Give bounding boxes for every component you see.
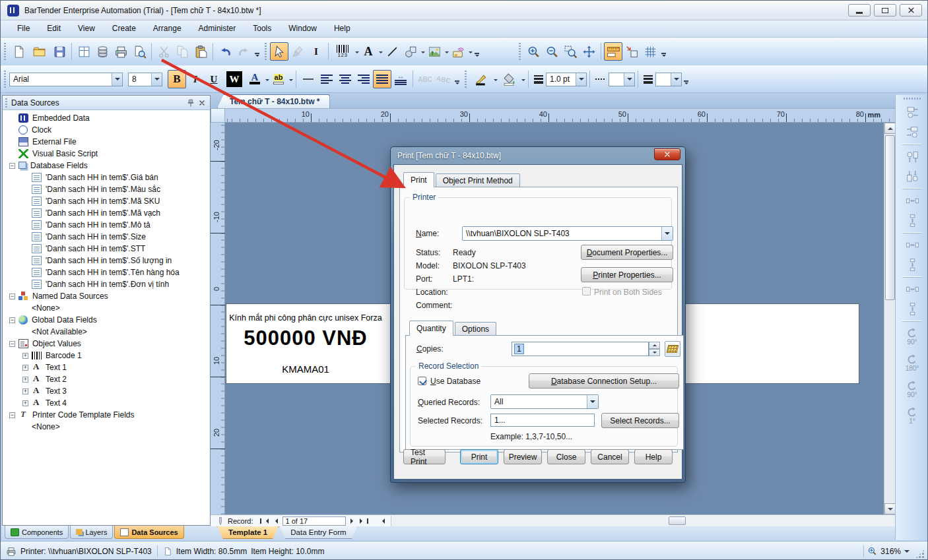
tree-expander[interactable]: − [9,412,15,418]
create-barcode-button[interactable]: 123 [331,42,354,61]
font-name-combo[interactable]: Arial [9,73,123,86]
justify-button[interactable] [373,70,391,88]
toolbar-drag-handle[interactable] [4,71,6,88]
use-database-checkbox[interactable] [418,377,426,385]
template-tab[interactable]: Data Entry Form [279,526,357,539]
label-text-name[interactable]: Kính mắt phi công phân cực unisex Forza [226,313,385,323]
menu-item[interactable]: Arrange [145,20,190,37]
wizard-button[interactable]: W [223,70,246,88]
fill-color-dropdown-arrow[interactable] [521,79,525,83]
rotate-button[interactable]: 90° [900,323,924,350]
database-setup-button[interactable] [93,42,112,61]
combo-arrow-icon[interactable] [671,73,681,86]
menu-item[interactable]: Window [280,20,325,37]
scroll-left-button[interactable] [380,518,385,524]
toolbar-overflow-button[interactable] [254,44,260,59]
tree-item[interactable]: 'Danh sach HH in tem$'.Mô tả [3,219,210,231]
document-properties-button[interactable]: Document Properties... [581,245,673,260]
zoom-out-button[interactable] [543,42,561,61]
print-preview-button[interactable] [130,42,149,61]
next-record-button[interactable] [350,518,356,524]
tree-item[interactable]: 'Danh sach HH in tem$'.Đơn vị tính [3,278,210,290]
toolbar-drag-handle[interactable] [904,98,921,100]
panel-tab[interactable]: Components [5,526,69,539]
dialog-close-button[interactable] [654,148,680,160]
menu-item[interactable]: Create [104,20,145,37]
encoder-dropdown-arrow[interactable] [469,51,473,55]
zoom-control[interactable]: 316% [863,544,928,559]
quantity-tab[interactable]: Quantity [409,321,453,336]
tree-item[interactable]: Visual Basic Script [3,148,210,160]
last-record-button[interactable] [358,518,368,524]
toolbar-drag-handle[interactable] [519,43,521,60]
printer-properties-button[interactable]: Printer Properties... [581,267,673,282]
resize-grip[interactable] [915,549,925,559]
tree-expander[interactable]: + [22,365,28,371]
toolbar-overflow-button[interactable] [454,72,460,86]
menu-item[interactable]: Administer [190,20,245,37]
tree-item[interactable]: <None> [3,421,210,433]
text-edit-tool-button[interactable]: I [307,42,325,61]
make-same-width-button[interactable] [900,279,924,299]
text-rotate-up-button[interactable]: ABC [416,70,434,88]
panel-tab[interactable]: Data Sources [114,526,183,539]
vertical-scrollbar[interactable] [884,123,895,514]
rotate-button[interactable]: 90° [900,376,924,402]
make-same-height-button[interactable] [900,299,924,319]
label-text-price[interactable]: 500000 VNĐ [226,327,385,350]
print-button[interactable] [112,42,130,61]
tree-item[interactable]: 'Danh sach HH in tem$'.Tên hàng hóa [3,266,210,278]
tree-expander[interactable]: − [9,163,15,169]
align-left-edges-button[interactable] [900,102,924,122]
maximize-button[interactable] [874,4,896,16]
align-center-button[interactable] [336,70,354,88]
dialog-button[interactable]: Print [460,449,498,464]
text-rotate-down-button[interactable]: ABC [434,70,453,88]
rotate-button[interactable]: 1° [900,402,924,429]
tree-item[interactable]: + Barcode 1 [3,350,210,361]
toolbar-drag-handle[interactable] [265,43,267,60]
horizontal-scrollbar[interactable] [391,516,895,526]
create-line-button[interactable] [383,42,401,61]
selected-records-input[interactable]: 1... [490,414,595,427]
tree-item[interactable]: − Database Fields [3,160,210,171]
tree-item[interactable]: + Text 2 [3,373,210,385]
queried-records-combo[interactable]: All [490,394,599,409]
compound-line-combo[interactable] [655,73,682,86]
pan-button[interactable] [580,42,598,61]
menu-item[interactable]: Help [325,20,359,37]
scroll-up-button[interactable] [884,123,896,134]
tree-item[interactable]: 'Danh sach HH in tem$'.Giá bán [3,171,210,183]
close-panel-button[interactable] [196,98,207,108]
redo-button[interactable] [234,42,253,61]
printer-name-combo[interactable]: \\tvhuan\BIXOLON SLP-T403 [462,226,673,241]
italic-button[interactable]: I [186,70,205,88]
select-tool-button[interactable] [270,42,288,61]
dialog-button[interactable]: Preview [504,449,542,464]
center-horizontally-button[interactable] [900,191,924,210]
toolbar-drag-handle[interactable] [465,71,467,88]
tree-item[interactable]: − Printer Code Template Fields [3,409,210,421]
database-connection-setup-button[interactable]: Database Connection Setup... [529,373,679,389]
align-left-button[interactable] [317,70,336,88]
copies-input[interactable]: 1 [512,342,649,356]
align-right-button[interactable] [354,70,373,88]
tree-item[interactable]: 'Danh sach HH in tem$'.Số lượng in [3,255,210,266]
save-button[interactable] [50,42,69,61]
open-button[interactable] [28,42,50,61]
dialog-button[interactable]: Close [547,449,585,464]
tree-item[interactable]: + Text 3 [3,385,210,397]
tree-item[interactable]: + Text 1 [3,361,210,373]
fill-color-button[interactable] [498,70,520,88]
dialog-title-bar[interactable]: Print [Tem chữ T - 84x10.btw] [391,147,685,164]
tree-item[interactable]: − Object Values [3,338,210,350]
combo-arrow-icon[interactable] [112,73,122,86]
tree-expander[interactable]: + [22,353,28,359]
copy-button[interactable] [173,42,191,61]
strikethrough-button[interactable] [299,70,317,88]
combo-arrow-icon[interactable] [151,73,162,86]
toolbar-drag-handle[interactable] [4,43,6,60]
line-style-combo[interactable] [609,73,635,86]
space-horizontally-button[interactable] [900,235,924,255]
scroll-down-button[interactable] [884,503,896,514]
